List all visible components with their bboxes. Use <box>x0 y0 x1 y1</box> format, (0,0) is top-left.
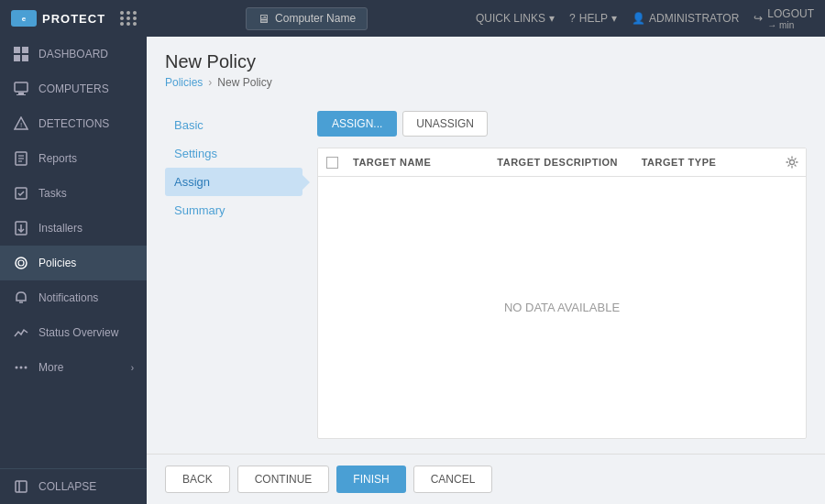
logout-icon: ↪ <box>754 12 763 25</box>
breadcrumb-separator: › <box>208 76 212 89</box>
no-data-message: NO DATA AVAILABLE <box>504 301 620 314</box>
sidebar-collapse-button[interactable]: COLLAPSE <box>0 469 147 504</box>
footer-bar: BACK CONTINUE FINISH CANCEL <box>147 454 825 504</box>
select-all-checkbox[interactable] <box>318 157 346 169</box>
sidebar-item-reports[interactable]: Reports <box>0 141 147 176</box>
logo-text: PROTECT <box>42 12 105 26</box>
sidebar-label-dashboard: DASHBOARD <box>38 48 108 60</box>
settings-gear-icon[interactable] <box>778 156 806 169</box>
sidebar-label-installers: Installers <box>38 222 82 235</box>
logout-button[interactable]: ↪ LOGOUT → min <box>754 7 814 30</box>
logo: e PROTECT <box>11 10 105 27</box>
collapse-icon <box>13 478 29 495</box>
sidebar-label-detections: DETECTIONS <box>38 117 109 130</box>
installers-icon <box>13 220 29 236</box>
breadcrumb-current: New Policy <box>217 76 271 89</box>
table-header: TARGET NAME TARGET DESCRIPTION TARGET TY… <box>318 148 806 177</box>
assign-button[interactable]: ASSIGN... <box>317 111 397 137</box>
breadcrumb-root[interactable]: Policies <box>165 76 203 89</box>
computer-name-label: Computer Name <box>275 12 356 25</box>
svg-text:!: ! <box>20 121 22 129</box>
sidebar-label-status-overview: Status Overview <box>38 326 118 339</box>
content-area: New Policy Policies › New Policy Basic S… <box>147 37 825 504</box>
svg-rect-4 <box>15 82 28 92</box>
help-icon: ? <box>569 12 576 25</box>
sidebar-item-tasks[interactable]: Tasks <box>0 176 147 211</box>
svg-point-23 <box>789 160 794 165</box>
sidebar-item-dashboard[interactable]: DASHBOARD <box>0 37 147 71</box>
sidebar-item-more[interactable]: More › <box>0 350 147 385</box>
svg-point-19 <box>20 367 23 369</box>
computer-icon <box>13 81 29 97</box>
dashboard-icon <box>13 46 29 62</box>
svg-point-15 <box>16 257 27 268</box>
finish-button[interactable]: FINISH <box>336 466 405 493</box>
svg-point-20 <box>25 367 28 369</box>
page-title: New Policy <box>165 51 807 72</box>
sidebar-label-reports: Reports <box>38 152 77 165</box>
back-button[interactable]: BACK <box>165 466 230 493</box>
sidebar-label-tasks: Tasks <box>38 187 67 200</box>
help-button[interactable]: ? HELP ▾ <box>569 12 617 25</box>
collapse-label: COLLAPSE <box>38 480 96 493</box>
sidebar-label-policies: Policies <box>38 257 76 269</box>
chevron-down-icon: ▾ <box>611 12 617 25</box>
status-icon <box>13 324 29 341</box>
sidebar: DASHBOARD COMPUTERS ! DETECTIONS Reports… <box>0 37 147 504</box>
dots-grid-icon[interactable] <box>120 11 138 26</box>
chevron-down-icon: ▾ <box>549 12 555 25</box>
sidebar-item-status-overview[interactable]: Status Overview <box>0 315 147 350</box>
tasks-icon <box>13 185 29 202</box>
step-basic[interactable]: Basic <box>165 111 302 139</box>
svg-rect-1 <box>22 47 28 53</box>
sidebar-item-computers[interactable]: COMPUTERS <box>0 71 147 106</box>
svg-rect-21 <box>16 481 27 492</box>
topbar: e PROTECT 🖥 Computer Name QUICK LINKS ▾ … <box>0 0 825 37</box>
chevron-right-icon: › <box>131 363 134 373</box>
monitor-icon: 🖥 <box>258 12 270 26</box>
cancel-button[interactable]: CANCEL <box>413 466 493 493</box>
unassign-button[interactable]: UNASSIGN <box>402 111 488 137</box>
step-settings[interactable]: Settings <box>165 139 302 168</box>
svg-rect-2 <box>14 55 20 61</box>
svg-rect-5 <box>18 93 24 94</box>
user-icon: 👤 <box>632 12 645 25</box>
reports-icon <box>13 150 29 167</box>
sidebar-item-detections[interactable]: ! DETECTIONS <box>0 106 147 141</box>
col-target-type: TARGET TYPE <box>634 157 778 168</box>
col-target-name: TARGET NAME <box>346 157 490 168</box>
more-icon <box>13 359 29 376</box>
svg-rect-0 <box>14 47 20 53</box>
sidebar-item-notifications[interactable]: Notifications <box>0 280 147 315</box>
quick-links-button[interactable]: QUICK LINKS ▾ <box>476 12 555 25</box>
sidebar-label-notifications: Notifications <box>38 291 98 304</box>
svg-point-18 <box>16 367 18 369</box>
computer-name-button[interactable]: 🖥 Computer Name <box>246 7 368 30</box>
data-table: TARGET NAME TARGET DESCRIPTION TARGET TY… <box>317 148 807 439</box>
sidebar-item-policies[interactable]: Policies <box>0 246 147 280</box>
action-bar: ASSIGN... UNASSIGN <box>317 111 807 137</box>
sidebar-item-installers[interactable]: Installers <box>0 211 147 246</box>
steps-navigation: Basic Settings Assign Summary <box>165 96 302 454</box>
warning-icon: ! <box>13 115 29 132</box>
continue-button[interactable]: CONTINUE <box>237 466 330 493</box>
step-summary[interactable]: Summary <box>165 196 302 225</box>
step-assign[interactable]: Assign <box>165 168 302 196</box>
administrator-button[interactable]: 👤 ADMINISTRATOR <box>632 12 739 25</box>
svg-rect-6 <box>16 94 26 95</box>
sidebar-label-more: More <box>38 361 63 374</box>
breadcrumb: Policies › New Policy <box>165 76 807 89</box>
logo-icon: e <box>11 10 37 27</box>
sidebar-label-computers: COMPUTERS <box>38 82 109 95</box>
policies-icon <box>13 255 29 271</box>
table-area: ASSIGN... UNASSIGN TARGET NAME TARGET DE… <box>302 96 807 454</box>
col-target-description: TARGET DESCRIPTION <box>490 157 633 168</box>
svg-point-16 <box>18 260 24 266</box>
notifications-icon <box>13 290 29 306</box>
table-body: NO DATA AVAILABLE <box>318 177 806 438</box>
page-header: New Policy Policies › New Policy <box>147 37 825 96</box>
svg-rect-3 <box>22 55 28 61</box>
